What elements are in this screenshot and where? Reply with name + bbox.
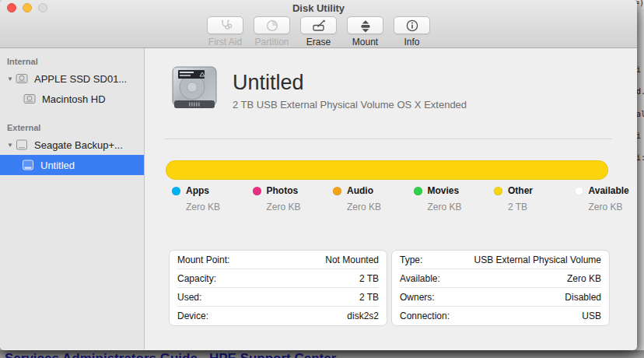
detail-tables: Mount Point: Not Mounted Capacity: 2 TB … <box>169 250 610 326</box>
toolbar: First Aid Partition <box>0 16 637 47</box>
window-header: Disk Utility First Aid <box>0 0 637 48</box>
first-aid-icon <box>207 16 243 34</box>
legend-value: 2 TB <box>508 202 575 212</box>
legend-label: Other <box>508 185 533 196</box>
sidebar-item-apple-ssd[interactable]: ▼ APPLE SSD SD01... <box>0 68 144 89</box>
legend-value: Zero KB <box>428 202 495 212</box>
mount-icon <box>347 16 383 34</box>
partition-icon <box>254 16 290 34</box>
erase-label: Erase <box>306 37 331 47</box>
volume-header: Untitled 2 TB USB External Physical Volu… <box>145 48 637 111</box>
detail-label: Available: <box>400 273 440 284</box>
background-text-fragment: d. <box>636 87 644 96</box>
detail-value: Not Mounted <box>325 254 379 265</box>
legend-item-other: Other 2 TB <box>494 185 575 212</box>
section-label: External <box>0 119 144 135</box>
minimize-button[interactable] <box>23 3 32 12</box>
internal-disk-icon <box>15 72 29 86</box>
legend-label: Audio <box>347 185 373 196</box>
sidebar-item-macintosh-hd[interactable]: Macintosh HD <box>0 89 144 109</box>
table-row: Connection: USB <box>400 307 601 325</box>
sidebar-item-label: Untitled <box>40 160 75 171</box>
detail-label: Mount Point: <box>177 254 229 265</box>
sidebar-item-untitled[interactable]: Untitled <box>0 155 144 175</box>
detail-label: Used: <box>177 292 201 303</box>
sidebar-section-external: External ▼ Seagate Backup+... <box>0 119 144 175</box>
table-row: Mount Point: Not Mounted <box>177 251 379 269</box>
background-webpage-strip: Services Administrators Guide - HPE Supp… <box>0 350 644 358</box>
sidebar-item-label: APPLE SSD SD01... <box>34 73 127 85</box>
legend-value: Zero KB <box>186 202 253 212</box>
traffic-lights <box>7 3 47 12</box>
close-button[interactable] <box>7 3 16 12</box>
info-icon <box>394 16 430 34</box>
header-divider <box>165 139 612 139</box>
background-text-fragment: al <box>636 110 644 118</box>
window-title: Disk Utility <box>0 0 637 16</box>
table-row: Device: disk2s2 <box>177 307 379 325</box>
partition-button: Partition <box>251 16 292 47</box>
detail-label: Connection: <box>400 311 450 321</box>
detail-value: USB <box>582 311 601 321</box>
mount-button[interactable]: Mount <box>345 16 386 47</box>
volume-icon <box>21 158 35 172</box>
disclosure-triangle-icon[interactable]: ▼ <box>0 75 15 82</box>
legend-item-apps: Apps Zero KB <box>172 185 253 212</box>
detail-value: Disabled <box>565 292 601 303</box>
background-text-fragment: i: <box>636 153 644 162</box>
titlebar: Disk Utility <box>0 0 637 16</box>
detail-value: USB External Physical Volume <box>474 254 601 265</box>
volume-title: Untitled <box>233 71 467 95</box>
erase-icon <box>300 16 337 34</box>
legend-value: Zero KB <box>347 202 414 212</box>
sidebar-item-seagate[interactable]: ▼ Seagate Backup+... <box>0 135 144 155</box>
photos-dot-icon <box>253 187 261 195</box>
volume-subtitle: 2 TB USB External Physical Volume OS X E… <box>233 99 467 111</box>
sidebar-item-label: Seagate Backup+... <box>34 139 123 151</box>
detail-value: Zero KB <box>567 273 601 284</box>
internal-disk-icon <box>23 92 37 106</box>
sidebar-item-label: Macintosh HD <box>42 93 106 105</box>
detail-label: Owners: <box>400 292 435 303</box>
detail-value: disk2s2 <box>347 311 379 321</box>
partition-label: Partition <box>254 37 289 47</box>
info-button[interactable]: Info <box>391 16 432 47</box>
external-disk-icon <box>15 138 29 152</box>
legend-item-audio: Audio Zero KB <box>333 185 414 212</box>
legend-label: Available <box>589 185 629 196</box>
table-row: Owners: Disabled <box>400 288 601 307</box>
section-label: Internal <box>0 53 144 68</box>
legend-item-available: Available Zero KB <box>575 185 629 212</box>
zoom-button-disabled <box>38 3 47 12</box>
usage-bar <box>166 160 608 180</box>
mount-label: Mount <box>352 37 378 47</box>
detail-value: 2 TB <box>359 273 379 284</box>
detail-value: 2 TB <box>359 292 379 303</box>
detail-label: Capacity: <box>177 273 216 284</box>
table-row: Used: 2 TB <box>177 288 379 307</box>
table-row: Capacity: 2 TB <box>177 269 379 288</box>
table-row: Type: USB External Physical Volume <box>400 251 601 269</box>
main-panel: Untitled 2 TB USB External Physical Volu… <box>145 48 637 349</box>
legend-value: Zero KB <box>589 202 629 212</box>
screen: =) i d. al i i: Services Administrators … <box>0 0 644 358</box>
other-dot-icon <box>494 187 502 195</box>
erase-button[interactable]: Erase <box>298 16 339 47</box>
legend-label: Photos <box>267 185 299 196</box>
detail-label: Device: <box>177 311 208 321</box>
sidebar: Internal ▼ APPLE SSD SD01... <box>0 48 145 349</box>
legend-label: Apps <box>186 185 209 196</box>
legend-value: Zero KB <box>267 202 334 212</box>
table-row: Available: Zero KB <box>400 269 601 288</box>
legend-item-movies: Movies Zero KB <box>414 185 495 212</box>
first-aid-button: First Aid <box>205 16 246 47</box>
details-table-left: Mount Point: Not Mounted Capacity: 2 TB … <box>169 250 387 326</box>
available-dot-icon <box>575 187 583 195</box>
sidebar-section-internal: Internal ▼ APPLE SSD SD01... <box>0 53 144 109</box>
disk-utility-window: Disk Utility First Aid <box>0 0 637 350</box>
background-webpage-link[interactable]: Services Administrators Guide - HPE Supp… <box>5 351 336 358</box>
detail-label: Type: <box>400 254 422 265</box>
disclosure-triangle-icon[interactable]: ▼ <box>0 142 15 149</box>
movies-dot-icon <box>414 187 422 195</box>
details-table-right: Type: USB External Physical Volume Avail… <box>391 250 610 326</box>
